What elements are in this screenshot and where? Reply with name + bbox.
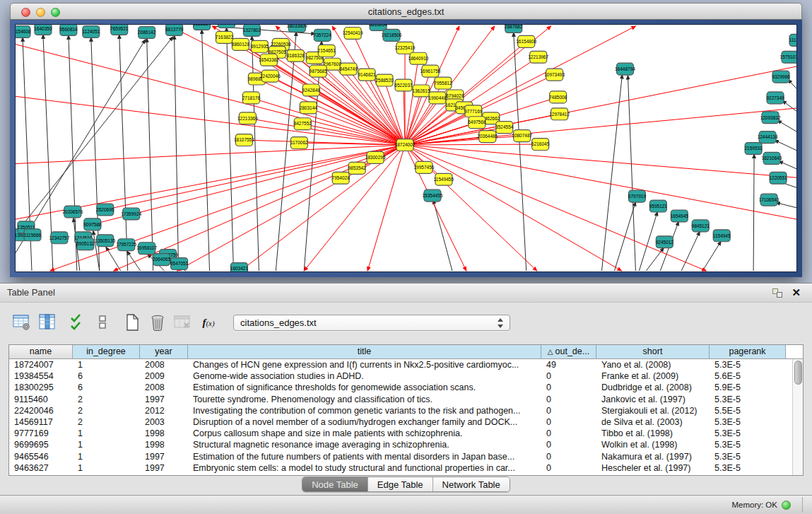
close-window-button[interactable] bbox=[21, 8, 30, 17]
table-cell[interactable]: 2 bbox=[73, 405, 140, 416]
table-row[interactable]: 911546021997Tourette syndrome. Phenomeno… bbox=[9, 394, 792, 405]
table-cell[interactable]: 1997 bbox=[140, 394, 188, 405]
delete-rows-button[interactable] bbox=[147, 313, 168, 332]
table-cell[interactable]: 5.5E-5 bbox=[710, 405, 786, 416]
column-header-short[interactable]: short bbox=[596, 345, 710, 358]
table-cell[interactable]: 0 bbox=[541, 416, 596, 428]
float-panel-icon[interactable] bbox=[772, 288, 782, 298]
table-cell[interactable]: de Silva et al. (2003) bbox=[596, 416, 710, 428]
table-cell[interactable]: 9463627 bbox=[9, 462, 73, 474]
graph-edge-black[interactable] bbox=[614, 202, 635, 271]
table-row[interactable]: 2242004622012Investigating the contribut… bbox=[9, 405, 792, 416]
graph-edge-red[interactable] bbox=[405, 145, 466, 271]
table-cell[interactable]: Structural magnetic resonance image aver… bbox=[188, 439, 541, 450]
table-cell[interactable]: Nakamura et al. (1997) bbox=[596, 451, 710, 462]
graph-edge-red[interactable] bbox=[257, 79, 405, 145]
table-cell[interactable]: Investigating the contribution of common… bbox=[188, 405, 541, 416]
table-cell[interactable]: 2 bbox=[73, 394, 140, 405]
table-cell[interactable]: Dudbridge et al. (2008) bbox=[596, 382, 710, 393]
table-cell[interactable]: Genome-wide association studies in ADHD. bbox=[188, 370, 541, 382]
table-cell[interactable]: 5.3E-5 bbox=[710, 359, 786, 370]
graph-edge-black[interactable] bbox=[639, 211, 657, 271]
table-cell[interactable]: 5.3E-5 bbox=[710, 439, 786, 450]
table-cell[interactable]: 0 bbox=[541, 428, 596, 439]
graph-edge-red[interactable] bbox=[405, 145, 621, 271]
table-cell[interactable]: 5.6E-5 bbox=[710, 370, 786, 382]
column-header-pagerank[interactable]: pagerank bbox=[710, 345, 786, 358]
table-cell[interactable]: 14569117 bbox=[9, 416, 73, 428]
table-row[interactable]: 1456911722003Disruption of a novel membe… bbox=[9, 416, 792, 428]
table-cell[interactable]: 2008 bbox=[140, 382, 188, 393]
graph-edge-red[interactable] bbox=[405, 145, 796, 178]
table-cell[interactable]: 49 bbox=[541, 359, 596, 370]
scrollbar-thumb[interactable] bbox=[794, 361, 802, 385]
table-row[interactable]: 969969511998Structural magnetic resonanc… bbox=[9, 439, 792, 450]
table-cell[interactable]: Disruption of a novel member of a sodium… bbox=[188, 416, 541, 428]
function-builder-button[interactable]: f(x) bbox=[198, 313, 219, 332]
table-cell[interactable]: 9699695 bbox=[9, 439, 73, 450]
new-table-button[interactable] bbox=[122, 313, 143, 332]
graph-edge-black[interactable] bbox=[779, 161, 796, 171]
table-row[interactable]: 1830029562008Estimation of significance … bbox=[9, 382, 792, 393]
table-cell[interactable]: Tibbo et al. (1998) bbox=[596, 428, 710, 439]
graph-edge-red[interactable] bbox=[16, 43, 405, 145]
graph-edge-black[interactable] bbox=[175, 35, 179, 271]
table-cell[interactable]: 1998 bbox=[140, 439, 188, 450]
column-header-title[interactable]: title bbox=[188, 345, 541, 358]
table-cell[interactable]: 5.3E-5 bbox=[710, 416, 786, 428]
graph-edge-black[interactable] bbox=[601, 75, 622, 271]
table-cell[interactable]: 1 bbox=[73, 439, 140, 450]
column-header-name[interactable]: name bbox=[9, 345, 73, 358]
table-cell[interactable]: 18724007 bbox=[9, 359, 73, 370]
table-cell[interactable]: 1998 bbox=[140, 428, 188, 439]
table-cell[interactable]: Tourette syndrome. Phenomenology and cla… bbox=[188, 394, 541, 405]
table-cell[interactable]: 2012 bbox=[140, 405, 188, 416]
table-cell[interactable]: 2008 bbox=[140, 359, 188, 370]
graph-edge-black[interactable] bbox=[776, 203, 796, 209]
tab-edge-table[interactable]: Edge Table bbox=[367, 477, 433, 491]
table-cell[interactable]: 1997 bbox=[140, 462, 188, 474]
graph-edge-red[interactable] bbox=[16, 95, 405, 145]
graph-edge-red[interactable] bbox=[251, 98, 405, 145]
table-cell[interactable]: Wolkin et al. (1998) bbox=[596, 439, 710, 450]
tab-node-table[interactable]: Node Table bbox=[302, 477, 367, 491]
graph-edge-black[interactable] bbox=[702, 241, 721, 271]
table-columns-button[interactable] bbox=[37, 313, 58, 332]
table-cell[interactable]: 0 bbox=[541, 382, 596, 393]
graph-edge-black[interactable] bbox=[777, 120, 796, 134]
graph-edge-black[interactable] bbox=[252, 36, 259, 271]
table-cell[interactable]: 1 bbox=[73, 451, 140, 462]
column-header-year[interactable]: year bbox=[140, 345, 188, 358]
table-cell[interactable]: 9115460 bbox=[9, 394, 73, 405]
graph-edge-red[interactable] bbox=[16, 145, 405, 164]
column-header-out_de...[interactable]: △out_de... bbox=[541, 345, 596, 358]
table-cell[interactable]: 5.3E-5 bbox=[710, 428, 786, 439]
graph-edge-black[interactable] bbox=[514, 33, 526, 271]
table-vertical-scrollbar[interactable] bbox=[792, 359, 803, 475]
table-cell[interactable]: 0 bbox=[541, 405, 596, 416]
graph-edge-black[interactable] bbox=[226, 28, 233, 271]
minimize-window-button[interactable] bbox=[36, 8, 45, 17]
window-titlebar[interactable]: citations_edges.txt bbox=[10, 3, 802, 20]
table-cell[interactable]: 6 bbox=[73, 370, 140, 382]
table-cell[interactable]: Changes of HCN gene expression and I(f) … bbox=[188, 359, 541, 370]
table-cell[interactable]: 0 bbox=[541, 451, 596, 462]
table-cell[interactable]: Corpus callosum shape and size in male p… bbox=[188, 428, 541, 439]
table-cell[interactable]: 18300295 bbox=[9, 382, 73, 393]
table-cell[interactable]: 1 bbox=[73, 428, 140, 439]
memory-status-indicator[interactable] bbox=[782, 501, 791, 510]
table-select-dropdown[interactable]: citations_edges.txt bbox=[233, 315, 510, 331]
graph-edge-red[interactable] bbox=[405, 145, 796, 220]
table-row[interactable]: 946362711997Embryonic stem cells: a mode… bbox=[9, 462, 792, 474]
graph-edge-black[interactable] bbox=[775, 140, 796, 153]
graph-node[interactable] bbox=[218, 25, 235, 28]
table-cell[interactable]: 0 bbox=[541, 462, 596, 474]
table-cell[interactable]: 0 bbox=[541, 370, 596, 382]
table-cell[interactable]: Franke et al. (2009) bbox=[596, 370, 710, 382]
table-row[interactable]: 946554611997Estimation of the future num… bbox=[9, 451, 792, 462]
table-row[interactable]: 977716911998Corpus callosum shape and si… bbox=[9, 428, 792, 439]
table-row[interactable]: 1938455462009Genome-wide association stu… bbox=[9, 370, 792, 382]
table-cell[interactable]: 0 bbox=[541, 439, 596, 450]
select-all-button[interactable] bbox=[66, 313, 88, 332]
table-cell[interactable]: Yano et al. (2008) bbox=[596, 359, 710, 370]
